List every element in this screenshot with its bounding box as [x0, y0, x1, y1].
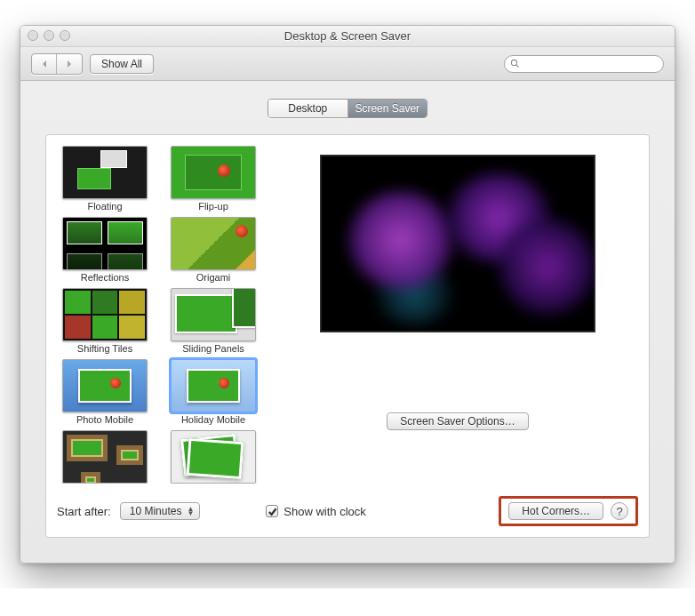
saver-item-sliding-panels[interactable]: Sliding Panels — [165, 288, 261, 354]
svg-line-1 — [516, 65, 519, 68]
search-input[interactable] — [523, 58, 658, 70]
checkmark-icon — [268, 507, 277, 516]
saver-label: Photo Mobile — [76, 414, 133, 425]
saver-thumb-icon — [171, 359, 256, 412]
question-mark-icon: ? — [616, 505, 622, 518]
saver-label: Flip-up — [198, 201, 228, 212]
close-window-button[interactable] — [28, 30, 38, 41]
saver-label: Shifting Tiles — [77, 343, 132, 354]
saver-list[interactable]: Floating Flip-up Reflections Origam — [57, 146, 261, 484]
window-title: Desktop & Screen Saver — [284, 29, 411, 43]
start-after-value: 10 Minutes — [130, 505, 182, 517]
saver-thumb-icon — [62, 146, 148, 199]
saver-item-stacked[interactable] — [165, 430, 261, 484]
zoom-window-button[interactable] — [60, 30, 70, 41]
search-field[interactable] — [504, 55, 664, 73]
saver-item-reflections[interactable]: Reflections — [57, 217, 153, 283]
content-area: Desktop Screen Saver Floating Flip-up — [20, 81, 675, 563]
saver-item-framed[interactable] — [57, 430, 153, 484]
minimize-window-button[interactable] — [44, 30, 54, 41]
saver-thumb-icon — [62, 430, 148, 484]
saver-label: Reflections — [81, 272, 129, 283]
updown-arrows-icon: ▲▼ — [187, 507, 194, 516]
svg-point-0 — [511, 60, 516, 65]
back-button[interactable] — [32, 54, 57, 74]
tab-screen-saver[interactable]: Screen Saver — [348, 100, 427, 117]
screensaver-preview — [320, 155, 595, 332]
window-controls — [28, 30, 70, 41]
preview-column: Screen Saver Options… — [277, 146, 638, 484]
saver-thumb-icon — [62, 217, 148, 270]
saver-thumb-icon — [171, 288, 256, 341]
saver-thumb-icon — [62, 288, 148, 341]
screen-saver-pane: Floating Flip-up Reflections Origam — [45, 134, 650, 538]
saver-label: Sliding Panels — [182, 343, 244, 354]
saver-item-flipup[interactable]: Flip-up — [165, 146, 261, 212]
saver-label: Origami — [196, 272, 231, 283]
show-all-button[interactable]: Show All — [90, 54, 154, 74]
tab-desktop[interactable]: Desktop — [268, 100, 348, 117]
show-with-clock-checkbox[interactable] — [266, 505, 278, 517]
prefpane-window: Desktop & Screen Saver Show All Desktop … — [20, 25, 675, 564]
saver-label: Floating — [87, 201, 122, 212]
nav-back-forward — [31, 53, 83, 75]
start-after-label: Start after: — [57, 505, 111, 518]
hot-corners-button[interactable]: Hot Corners… — [508, 502, 603, 520]
saver-thumb-icon — [171, 146, 256, 199]
start-after-popup[interactable]: 10 Minutes ▲▼ — [120, 502, 201, 520]
tab-segmented-control: Desktop Screen Saver — [268, 99, 427, 118]
saver-item-floating[interactable]: Floating — [57, 146, 153, 212]
saver-thumb-icon — [171, 430, 256, 484]
hot-corners-highlight: Hot Corners… ? — [499, 496, 638, 526]
saver-thumb-icon — [171, 217, 256, 270]
screen-saver-options-button[interactable]: Screen Saver Options… — [387, 412, 528, 430]
saver-item-shifting-tiles[interactable]: Shifting Tiles — [57, 288, 153, 354]
bottom-controls: Start after: 10 Minutes ▲▼ Show with clo… — [57, 496, 638, 526]
saver-item-holiday-mobile[interactable]: Holiday Mobile — [165, 359, 261, 425]
titlebar: Desktop & Screen Saver — [20, 26, 675, 47]
saver-item-origami[interactable]: Origami — [165, 217, 261, 283]
toolbar: Show All — [20, 47, 675, 81]
saver-thumb-icon — [62, 359, 148, 412]
chevron-left-icon — [40, 60, 49, 68]
chevron-right-icon — [65, 60, 74, 68]
show-with-clock-label: Show with clock — [284, 505, 365, 518]
saver-item-photo-mobile[interactable]: Photo Mobile — [57, 359, 153, 425]
saver-label: Holiday Mobile — [181, 414, 245, 425]
forward-button[interactable] — [57, 54, 82, 74]
help-button[interactable]: ? — [611, 502, 628, 520]
search-icon — [510, 59, 520, 68]
